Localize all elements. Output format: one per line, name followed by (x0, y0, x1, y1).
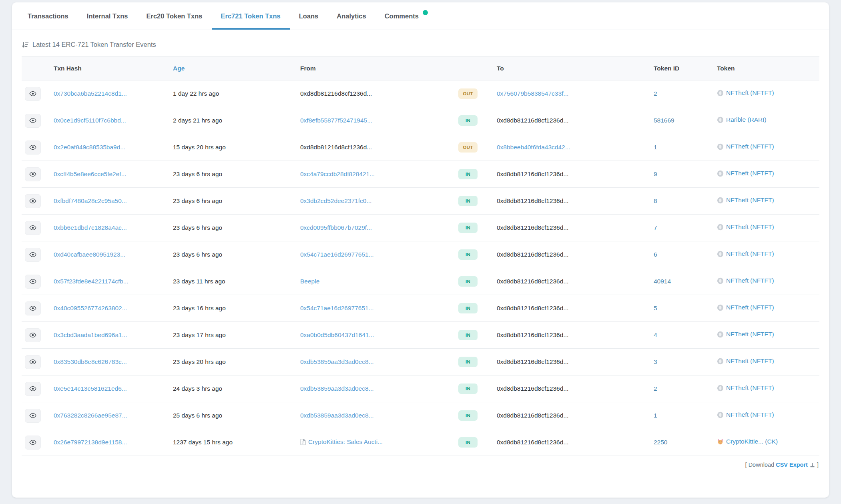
token-link[interactable]: NFTheft (NFTFT) (717, 223, 774, 231)
from-address-link[interactable]: 0xf8efb55877f52471945... (300, 117, 372, 124)
from-cell: 0xdb53859aa3d3ad0ec8... (297, 349, 455, 375)
to-cell: 0xd8db81216d8cf1236d... (494, 322, 650, 349)
token-id-link[interactable]: 40914 (654, 278, 671, 285)
token-id-link[interactable]: 3 (654, 358, 657, 365)
from-address-link[interactable]: 0xc4a79ccdb28df828421... (300, 171, 375, 178)
token-id-cell: 4 (650, 322, 714, 349)
view-details-button[interactable] (25, 167, 41, 181)
subtitle-text: Latest 14 ERC-721 Token Transfer Events (32, 41, 156, 48)
token-link[interactable]: NFTheft (NFTFT) (717, 197, 774, 204)
tab-erc20-token-txns[interactable]: Erc20 Token Txns (137, 2, 212, 30)
token-id-link[interactable]: 4 (654, 331, 657, 338)
token-link[interactable]: NFTheft (NFTFT) (717, 277, 774, 284)
from-address-link[interactable]: 0xa0b0d5db60437d1641... (300, 331, 374, 339)
token-id-link[interactable]: 1 (654, 144, 657, 151)
token-transfers-card: TransactionsInternal TxnsErc20 Token Txn… (12, 2, 829, 498)
eye-icon (29, 224, 36, 231)
from-address-link[interactable]: 0xdb53859aa3d3ad0ec8... (300, 412, 374, 419)
token-id-link[interactable]: 2 (654, 385, 657, 392)
token-link[interactable]: Rarible (RARI) (717, 116, 767, 123)
to-cell: 0xd8db81216d8cf1236d... (494, 161, 650, 188)
view-details-button[interactable] (25, 248, 41, 262)
txn-hash-link[interactable]: 0x763282c8266ae95e87... (54, 412, 127, 419)
token-id-link[interactable]: 1 (654, 412, 657, 419)
token-link[interactable]: NFTheft (NFTFT) (717, 170, 774, 177)
txn-hash-link[interactable]: 0xd40cafbaee80951923... (54, 251, 125, 258)
txn-hash-link[interactable]: 0x730bca6ba52214c8d1... (54, 90, 127, 97)
direction-cell: IN (455, 215, 494, 241)
direction-badge: IN (458, 410, 478, 421)
view-details-button[interactable] (25, 141, 41, 155)
tab-internal-txns[interactable]: Internal Txns (78, 2, 137, 30)
from-address-link[interactable]: 0xdb53859aa3d3ad0ec8... (300, 385, 374, 392)
age-text: 23 days 17 hrs ago (173, 331, 226, 338)
token-id-link[interactable]: 7 (654, 224, 657, 231)
token-id-link[interactable]: 2 (654, 90, 657, 97)
token-id-cell: 40914 (650, 268, 714, 295)
direction-cell: IN (455, 402, 494, 429)
to-address-link[interactable]: 0x8bbeeb40f6fda43cd42... (497, 144, 570, 151)
txn-hash-link[interactable]: 0x0ce1d9cf5110f7c6bbd... (54, 117, 126, 124)
view-details-button[interactable] (25, 87, 41, 101)
token-link[interactable]: NFTheft (NFTFT) (717, 357, 774, 365)
view-details-button[interactable] (25, 275, 41, 289)
txn-hash-link[interactable]: 0x3cbd3aada1bed696a1... (54, 331, 127, 338)
tab-analytics[interactable]: Analytics (327, 2, 375, 30)
eye-icon (29, 251, 36, 258)
from-address-link[interactable]: 0x54c71ae16d26977651... (300, 251, 374, 258)
view-details-button[interactable] (25, 301, 41, 315)
token-link[interactable]: NFTheft (NFTFT) (717, 250, 774, 257)
view-details-button[interactable] (25, 436, 41, 450)
token-id-link[interactable]: 581669 (654, 117, 674, 124)
view-details-button[interactable] (25, 409, 41, 423)
txn-hash-link[interactable]: 0x83530db8e8c626783c... (54, 358, 127, 365)
age-sort-link[interactable]: Age (173, 65, 185, 72)
token-link[interactable]: NFTheft (NFTFT) (717, 143, 774, 150)
txn-hash-link[interactable]: 0xbb6e1dbd7c1828a4ac... (54, 224, 127, 231)
from-address-link[interactable]: 0x3db2cd52dee2371fc0... (300, 197, 371, 205)
from-address-link[interactable]: 0xcd0095ffbb067b7029f... (300, 224, 372, 231)
token-id-link[interactable]: 2250 (654, 439, 667, 446)
tab-loans[interactable]: Loans (290, 2, 328, 30)
tab-comments[interactable]: Comments (375, 2, 437, 30)
txn-hash-link[interactable]: 0xe5e14c13c581621ed6... (54, 385, 127, 392)
view-details-button[interactable] (25, 355, 41, 369)
age-text: 15 days 20 hrs ago (173, 144, 226, 151)
view-details-button[interactable] (25, 194, 41, 208)
token-link[interactable]: NFTheft (NFTFT) (717, 89, 774, 96)
from-address-link[interactable]: CryptoKitties: Sales Aucti... (308, 438, 383, 446)
token-link[interactable]: NFTheft (NFTFT) (717, 331, 774, 338)
view-details-button[interactable] (25, 114, 41, 128)
view-cell (22, 215, 50, 241)
token-link[interactable]: NFTheft (NFTFT) (717, 384, 774, 392)
txn-hash-link[interactable]: 0xcff4b5e8ee6cce5fe2ef... (54, 171, 126, 177)
txn-hash-cell: 0x26e79972138d9e1158... (50, 429, 170, 456)
token-link[interactable]: NFTheft (NFTFT) (717, 304, 774, 311)
eye-icon (29, 439, 36, 446)
txn-hash-cell: 0x57f23fde8e4221174cfb... (50, 268, 170, 295)
from-address-link[interactable]: Beeple (300, 278, 319, 285)
csv-export-row: [ Download CSV Export ] (22, 456, 819, 468)
token-id-link[interactable]: 5 (654, 305, 657, 311)
table-row: 0x0ce1d9cf5110f7c6bbd...2 days 21 hrs ag… (22, 107, 819, 134)
txn-hash-link[interactable]: 0x26e79972138d9e1158... (54, 439, 127, 446)
txn-hash-cell: 0x0ce1d9cf5110f7c6bbd... (50, 107, 170, 134)
from-address-link[interactable]: 0x54c71ae16d26977651... (300, 305, 374, 312)
token-id-link[interactable]: 9 (654, 171, 657, 177)
csv-export-link[interactable]: CSV Export (776, 462, 815, 468)
view-details-button[interactable] (25, 328, 41, 342)
txn-hash-link[interactable]: 0xfbdf7480a28c2c95a50... (54, 197, 127, 204)
txn-hash-link[interactable]: 0x2e0af849c88535ba9d... (54, 144, 125, 151)
token-link[interactable]: CryptoKittie... (CK) (717, 438, 778, 445)
to-address-link[interactable]: 0x756079b5838547c33f... (497, 90, 568, 97)
tab-erc721-token-txns[interactable]: Erc721 Token Txns (212, 2, 290, 30)
txn-hash-link[interactable]: 0x57f23fde8e4221174cfb... (54, 278, 128, 285)
from-address-link[interactable]: 0xdb53859aa3d3ad0ec8... (300, 358, 374, 365)
view-details-button[interactable] (25, 382, 41, 396)
token-link[interactable]: NFTheft (NFTFT) (717, 411, 774, 418)
token-id-link[interactable]: 8 (654, 197, 657, 204)
tab-transactions[interactable]: Transactions (18, 2, 78, 30)
view-details-button[interactable] (25, 221, 41, 235)
token-id-link[interactable]: 6 (654, 251, 657, 258)
txn-hash-link[interactable]: 0x40c095526774263802... (54, 305, 127, 311)
